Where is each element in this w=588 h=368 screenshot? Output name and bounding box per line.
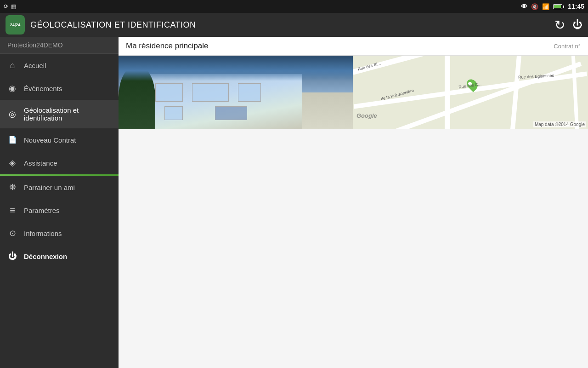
nav-label-deconnexion: Déconnexion [24,253,67,260]
nav-item-deconnexion[interactable]: Déconnexion [0,245,119,268]
nav-item-nouveau-contrat[interactable]: Nouveau Contrat [0,128,119,151]
settings-icon [7,205,17,215]
nav-label-geolocalisation: Géolocalisation et identification [24,106,111,122]
battery-icon [553,4,562,9]
status-left-icons: ⟳ ▦ [4,3,16,10]
header-bar: 24|24 GÉOLOCALISATION ET IDENTIFICATION … [0,13,588,37]
house-window-4 [164,106,183,120]
sidebar-username: Protection24DEMO [0,37,119,54]
nav-item-parametres[interactable]: Paramètres [0,199,119,222]
house-window-1 [155,83,183,102]
eye-icon: 👁 [521,3,527,10]
nav-label-parametres: Paramètres [24,207,60,214]
map-area: Rue des Bl... Rue des C... Rue des Eglan… [353,56,588,129]
mute-icon: 🔇 [531,3,538,10]
geo-icon [7,109,17,119]
nav-item-informations[interactable]: Informations [0,222,119,245]
house-building [146,74,302,129]
sidebar: Protection24DEMO Accueil Évènements Géol… [0,37,119,368]
content-area: Ma résidence principale Contrat n° [119,37,588,368]
logout-icon [7,251,17,261]
house-roof [146,74,302,129]
nav-item-geolocalisation[interactable]: Géolocalisation et identification [0,100,119,128]
nav-item-assistance[interactable]: Assistance [0,151,119,174]
nav-label-accueil: Accueil [24,62,46,69]
map-copyright: Map data ©2014 Google [533,121,586,127]
nav-label-assistance: Assistance [24,159,57,167]
nav-label-parrainer: Parrainer un ami [24,184,75,191]
sky-overlay [119,56,353,81]
events-icon [7,83,17,93]
property-section: Rue des Bl... Rue des C... Rue des Eglan… [119,56,588,129]
nav-item-accueil[interactable]: Accueil [0,54,119,77]
page-title: GÉOLOCALISATION ET IDENTIFICATION [30,20,549,30]
house-window-2 [192,83,229,102]
house-window-3 [238,83,261,102]
content-header: Ma résidence principale Contrat n° [119,37,588,56]
screen-rotation-icon: ⟳ [4,3,8,10]
home-icon [7,60,17,70]
nav-item-parrainer[interactable]: Parrainer un ami [0,176,119,199]
referral-icon [7,182,17,192]
content-body [119,129,588,368]
header-actions: ↻ ⏻ [554,17,582,33]
map-street-4 [445,56,450,129]
contract-icon [7,135,17,145]
nav-label-informations: Informations [24,230,62,237]
house-window-5 [215,106,247,120]
refresh-button[interactable]: ↻ [554,17,565,33]
app-logo: 24|24 [6,15,25,34]
contract-label: Contrat n° [554,43,581,50]
wifi-icon: 📶 [542,3,549,10]
nav-label-nouveau-contrat: Nouveau Contrat [24,136,76,144]
nav-label-evenements: Évènements [24,85,62,92]
power-button[interactable]: ⏻ [572,19,582,31]
main-layout: Protection24DEMO Accueil Évènements Géol… [0,37,588,368]
status-bar: ⟳ ▦ 👁 🔇 📶 11:45 [0,0,588,13]
property-photo [119,56,353,129]
property-title: Ma résidence principale [126,41,209,51]
nav-item-evenements[interactable]: Évènements [0,77,119,100]
assistance-icon [7,158,17,168]
image-icon: ▦ [11,3,16,10]
google-logo: Google [356,112,377,119]
info-icon [7,228,17,238]
status-right-icons: 👁 🔇 📶 11:45 [521,3,584,10]
clock: 11:45 [568,3,584,10]
